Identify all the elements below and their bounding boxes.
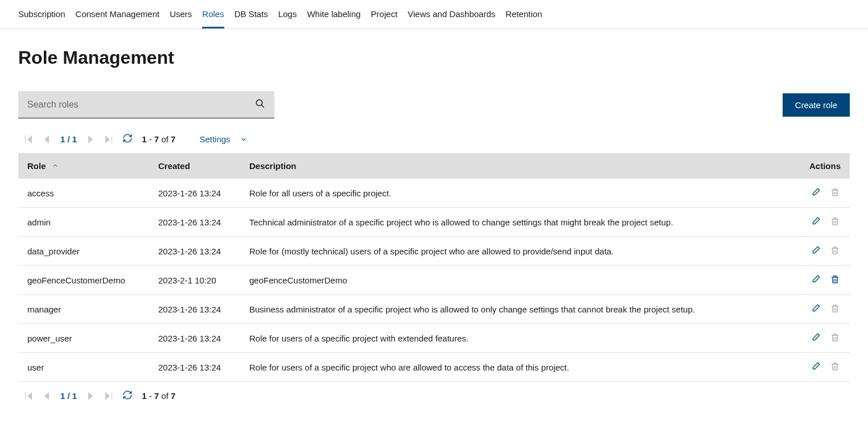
tab-logs[interactable]: Logs <box>278 9 297 28</box>
table-row: power_user2023-1-26 13:24Role for users … <box>18 324 850 353</box>
cell-description: geoFenceCustomerDemo <box>240 266 781 295</box>
cell-created: 2023-2-1 10:20 <box>149 266 240 295</box>
tab-consent-management[interactable]: Consent Management <box>76 9 160 28</box>
chevron-down-icon[interactable] <box>240 135 248 143</box>
edit-icon[interactable] <box>810 361 821 372</box>
refresh-icon[interactable] <box>122 133 133 145</box>
prev-page-icon <box>42 135 51 143</box>
tab-db-stats[interactable]: DB Stats <box>235 9 268 28</box>
pager-bottom: 1 / 1 1 - 7 of 7 <box>18 382 850 410</box>
tab-subscription[interactable]: Subscription <box>18 9 65 28</box>
pager-top: 1 / 1 1 - 7 of 7 Settings <box>18 130 850 153</box>
table-row: admin2023-1-26 13:24Technical administra… <box>18 208 850 237</box>
search-input[interactable] <box>27 100 255 110</box>
cell-description: Role for all users of a specific project… <box>240 179 781 208</box>
cell-description: Role for (mostly technical) users of a s… <box>240 237 781 266</box>
col-header-description[interactable]: Description <box>240 153 781 179</box>
table-row: geoFenceCustomerDemo2023-2-1 10:20geoFen… <box>18 266 850 295</box>
search-icon[interactable] <box>255 98 265 110</box>
cell-description: Technical administrator of a specific pr… <box>240 208 781 237</box>
create-role-button[interactable]: Create role <box>783 93 850 117</box>
col-header-created[interactable]: Created <box>149 153 240 179</box>
edit-icon[interactable] <box>810 303 821 314</box>
cell-actions <box>781 208 850 237</box>
roles-table: Role Created Description Actions access2… <box>18 153 850 382</box>
svg-point-0 <box>256 100 262 106</box>
cell-role: geoFenceCustomerDemo <box>18 266 149 295</box>
cell-actions <box>781 353 850 382</box>
page-indicator: 1 / 1 <box>60 391 77 401</box>
col-header-actions: Actions <box>781 153 850 179</box>
cell-description: Role for users of a specific project wit… <box>240 324 781 353</box>
last-page-icon <box>104 135 113 143</box>
cell-description: Business administrator of a specific pro… <box>240 295 781 324</box>
cell-role: admin <box>18 208 149 237</box>
sort-asc-icon <box>52 162 59 169</box>
range-text: 1 - 7 of 7 <box>142 134 175 144</box>
delete-icon[interactable] <box>829 274 841 285</box>
settings-link[interactable]: Settings <box>199 134 230 144</box>
next-page-icon <box>86 392 95 400</box>
cell-created: 2023-1-26 13:24 <box>149 208 240 237</box>
cell-role: data_provider <box>18 237 149 266</box>
table-row: user2023-1-26 13:24Role for users of a s… <box>18 353 850 382</box>
cell-role: access <box>18 179 149 208</box>
prev-page-icon <box>42 392 51 400</box>
page-title: Role Management <box>18 47 850 68</box>
cell-actions <box>781 266 850 295</box>
edit-icon[interactable] <box>810 274 821 285</box>
table-row: access2023-1-26 13:24Role for all users … <box>18 179 850 208</box>
edit-icon[interactable] <box>810 187 821 198</box>
cell-role: user <box>18 353 149 382</box>
cell-role: power_user <box>18 324 149 353</box>
delete-icon <box>829 216 841 227</box>
cell-role: manager <box>18 295 149 324</box>
tab-project[interactable]: Project <box>371 9 398 28</box>
svg-line-1 <box>261 105 264 108</box>
tab-views-and-dashboards[interactable]: Views and Dashboards <box>408 9 495 28</box>
first-page-icon <box>24 392 33 400</box>
edit-icon[interactable] <box>810 332 821 343</box>
next-page-icon <box>86 135 95 143</box>
cell-created: 2023-1-26 13:24 <box>149 324 240 353</box>
cell-created: 2023-1-26 13:24 <box>149 237 240 266</box>
edit-icon[interactable] <box>810 216 821 227</box>
edit-icon[interactable] <box>810 245 821 256</box>
first-page-icon <box>24 135 33 143</box>
tab-users[interactable]: Users <box>170 9 192 28</box>
delete-icon <box>829 361 841 372</box>
last-page-icon <box>104 392 113 400</box>
top-tabs: SubscriptionConsent ManagementUsersRoles… <box>0 0 868 29</box>
tab-roles[interactable]: Roles <box>202 9 224 28</box>
table-row: manager2023-1-26 13:24Business administr… <box>18 295 850 324</box>
cell-actions <box>781 324 850 353</box>
tab-white-labeling[interactable]: White labeling <box>307 9 360 28</box>
cell-created: 2023-1-26 13:24 <box>149 353 240 382</box>
refresh-icon[interactable] <box>122 390 133 402</box>
cell-actions <box>781 237 850 266</box>
col-header-role[interactable]: Role <box>18 153 149 179</box>
delete-icon <box>829 303 841 314</box>
tab-retention[interactable]: Retention <box>505 9 542 28</box>
page-indicator: 1 / 1 <box>60 134 77 144</box>
cell-description: Role for users of a specific project who… <box>240 353 781 382</box>
delete-icon <box>829 187 841 198</box>
delete-icon <box>829 332 841 343</box>
cell-actions <box>781 295 850 324</box>
range-text: 1 - 7 of 7 <box>142 391 175 401</box>
search-box[interactable] <box>18 91 274 118</box>
delete-icon <box>829 245 841 256</box>
cell-actions <box>781 179 850 208</box>
cell-created: 2023-1-26 13:24 <box>149 295 240 324</box>
cell-created: 2023-1-26 13:24 <box>149 179 240 208</box>
table-row: data_provider2023-1-26 13:24Role for (mo… <box>18 237 850 266</box>
